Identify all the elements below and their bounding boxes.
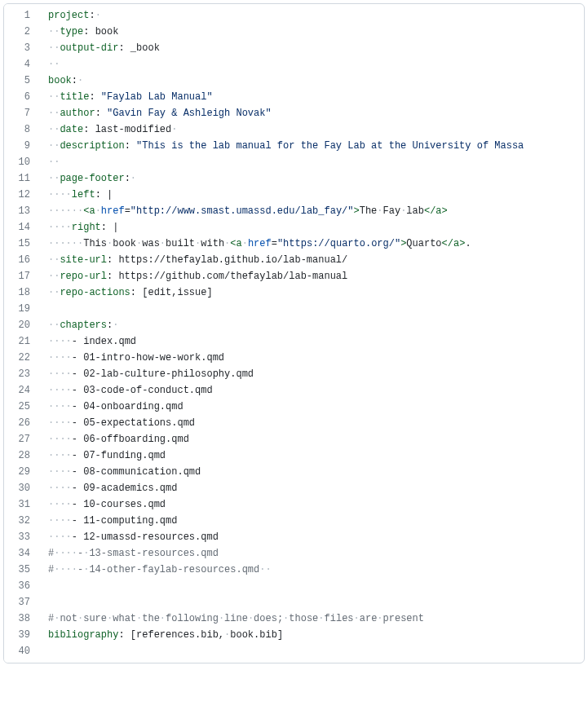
- line-content[interactable]: ····- 01-intro-how-we-work.qmd: [40, 350, 584, 366]
- line-number[interactable]: 40: [4, 643, 40, 663]
- line-content[interactable]: ····- 07-funding.qmd: [40, 447, 584, 464]
- line-number[interactable]: 20: [4, 317, 40, 333]
- line-number[interactable]: 4: [4, 56, 40, 73]
- token: files: [325, 613, 354, 624]
- code-row: 7··author: "Gavin Fay & Ashleigh Novak": [4, 105, 584, 121]
- line-content[interactable]: ··description: "This is the lab manual f…: [40, 138, 584, 154]
- line-number[interactable]: 11: [4, 170, 40, 187]
- line-content[interactable]: #····-·13-smast-resources.qmd: [40, 545, 584, 562]
- line-number[interactable]: 22: [4, 350, 40, 366]
- line-content[interactable]: ····right: |: [40, 219, 584, 236]
- line-number[interactable]: 31: [4, 496, 40, 513]
- line-number[interactable]: 25: [4, 399, 40, 415]
- line-content[interactable]: ····- 03-code-of-conduct.qmd: [40, 382, 584, 399]
- token: "This is the lab manual for the Fay Lab …: [136, 140, 524, 152]
- line-number[interactable]: 26: [4, 415, 40, 431]
- line-number[interactable]: 21: [4, 333, 40, 350]
- line-content[interactable]: book:·: [40, 73, 584, 89]
- line-number[interactable]: 34: [4, 545, 40, 562]
- line-number[interactable]: 24: [4, 382, 40, 399]
- code-row: 24····- 03-code-of-conduct.qmd: [4, 382, 584, 399]
- line-number[interactable]: 29: [4, 464, 40, 480]
- line-content[interactable]: ··type: book: [40, 24, 584, 40]
- line-number[interactable]: 10: [4, 154, 40, 170]
- line-content[interactable]: ····- 11-computing.qmd: [40, 513, 584, 529]
- line-number[interactable]: 27: [4, 431, 40, 447]
- line-number[interactable]: 35: [4, 562, 40, 578]
- line-number[interactable]: 7: [4, 105, 40, 121]
- line-content[interactable]: ····- 12-umassd-resources.qmd: [40, 529, 584, 545]
- line-content[interactable]: ····- index.qmd: [40, 333, 584, 350]
- line-number[interactable]: 8: [4, 121, 40, 138]
- token: ·: [160, 613, 166, 624]
- line-content[interactable]: ··author: "Gavin Fay & Ashleigh Novak": [40, 105, 584, 121]
- line-number[interactable]: 13: [4, 203, 40, 219]
- code-row: 9··description: "This is the lab manual …: [4, 138, 584, 154]
- token: _book: [130, 42, 160, 54]
- line-content[interactable]: ······<a·href="http://www.smast.umassd.e…: [40, 203, 584, 219]
- line-content[interactable]: project:·: [40, 4, 584, 24]
- line-number[interactable]: 23: [4, 366, 40, 382]
- token: ····: [48, 531, 72, 543]
- line-content[interactable]: [40, 578, 584, 594]
- line-number[interactable]: 33: [4, 529, 40, 545]
- line-content[interactable]: ····- 10-courses.qmd: [40, 496, 584, 513]
- token: =: [272, 238, 277, 249]
- line-content[interactable]: ··repo-url: https://github.com/thefaylab…: [40, 268, 584, 284]
- line-number[interactable]: 15: [4, 236, 40, 252]
- line-content[interactable]: ··site-url: https://thefaylab.github.io/…: [40, 252, 584, 268]
- token: Fay: [383, 205, 401, 217]
- line-number[interactable]: 12: [4, 187, 40, 203]
- line-content[interactable]: ····- 04-onboarding.qmd: [40, 399, 584, 415]
- line-number[interactable]: 28: [4, 447, 40, 464]
- line-number[interactable]: 2: [4, 24, 40, 40]
- line-content[interactable]: ····- 05-expectations.qmd: [40, 415, 584, 431]
- line-content[interactable]: bibliography: [references.bib,·book.bib]: [40, 627, 584, 643]
- line-content[interactable]: [40, 301, 584, 317]
- line-content[interactable]: ····- 08-communication.qmd: [40, 464, 584, 480]
- line-content[interactable]: ····- 02-lab-culture-philosophy.qmd: [40, 366, 584, 382]
- line-content[interactable]: ··: [40, 154, 584, 170]
- line-content[interactable]: ····left: |: [40, 187, 584, 203]
- line-content[interactable]: [40, 594, 584, 611]
- line-content[interactable]: ····- 09-academics.qmd: [40, 480, 584, 496]
- line-number[interactable]: 3: [4, 40, 40, 56]
- line-content[interactable]: ··date: last-modified·: [40, 121, 584, 138]
- line-number[interactable]: 1: [4, 4, 40, 24]
- line-content[interactable]: ··repo-actions: [edit,issue]: [40, 284, 584, 301]
- line-number[interactable]: 30: [4, 480, 40, 496]
- line-content[interactable]: [40, 643, 584, 663]
- token: 09-academics.qmd: [83, 483, 177, 494]
- token: ····: [48, 222, 72, 233]
- line-number[interactable]: 16: [4, 252, 40, 268]
- token: ·: [160, 238, 166, 249]
- line-number[interactable]: 19: [4, 301, 40, 317]
- line-number[interactable]: 32: [4, 513, 40, 529]
- line-number[interactable]: 18: [4, 284, 40, 301]
- token: -: [72, 336, 83, 347]
- code-row: 4··: [4, 56, 584, 73]
- line-content[interactable]: ··output-dir: _book: [40, 40, 584, 56]
- line-number[interactable]: 39: [4, 627, 40, 643]
- line-content[interactable]: ··: [40, 56, 584, 73]
- line-number[interactable]: 5: [4, 73, 40, 89]
- token: 11-computing.qmd: [83, 515, 177, 527]
- line-content[interactable]: ··chapters:·: [40, 317, 584, 333]
- token: ··: [48, 26, 60, 37]
- token: </a>: [424, 205, 448, 217]
- token: "Faylab Lab Manual": [101, 91, 213, 103]
- line-content[interactable]: ······This·book·was·built·with·<a·href="…: [40, 236, 584, 252]
- line-number[interactable]: 6: [4, 89, 40, 105]
- line-number[interactable]: 38: [4, 611, 40, 627]
- line-number[interactable]: 36: [4, 578, 40, 594]
- code-row: 29····- 08-communication.qmd: [4, 464, 584, 480]
- line-content[interactable]: #·not·sure·what·the·following·line·does;…: [40, 611, 584, 627]
- line-number[interactable]: 14: [4, 219, 40, 236]
- line-number[interactable]: 17: [4, 268, 40, 284]
- line-number[interactable]: 9: [4, 138, 40, 154]
- line-content[interactable]: ··title: "Faylab Lab Manual": [40, 89, 584, 105]
- line-content[interactable]: ····- 06-offboarding.qmd: [40, 431, 584, 447]
- line-content[interactable]: ··page-footer:·: [40, 170, 584, 187]
- line-content[interactable]: #····-·14-other-faylab-resources.qmd··: [40, 562, 584, 578]
- line-number[interactable]: 37: [4, 594, 40, 611]
